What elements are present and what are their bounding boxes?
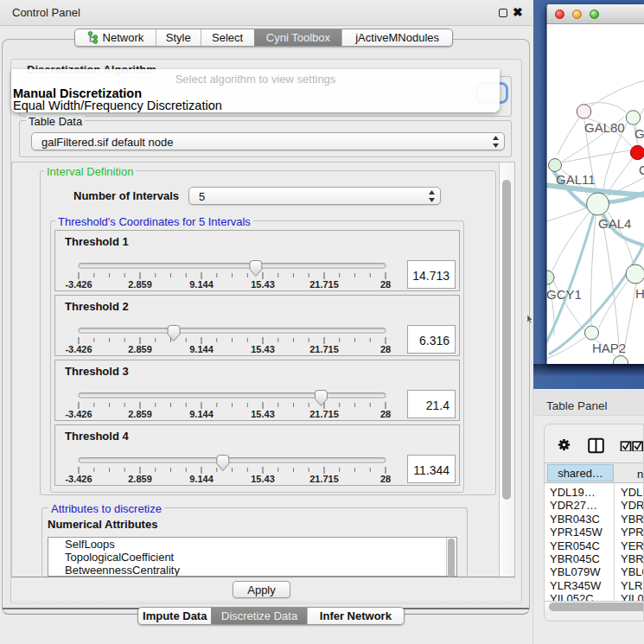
svg-text:GAL4: GAL4: [598, 216, 631, 231]
svg-text:C: C: [639, 163, 644, 177]
svg-text:9.144: 9.144: [189, 409, 214, 419]
svg-text:28: 28: [380, 474, 391, 484]
svg-text:2.859: 2.859: [128, 474, 152, 484]
svg-text:-3.426: -3.426: [65, 344, 92, 354]
svg-text:28: 28: [380, 344, 391, 354]
svg-text:28: 28: [380, 279, 391, 290]
svg-text:28: 28: [380, 409, 391, 419]
svg-text:GCY1: GCY1: [546, 287, 582, 302]
svg-text:-3.426: -3.426: [65, 474, 92, 484]
svg-text:9.144: 9.144: [189, 279, 214, 290]
svg-text:15.43: 15.43: [251, 474, 275, 484]
svg-text:GAL80: GAL80: [584, 120, 625, 135]
svg-text:9.144: 9.144: [189, 474, 214, 484]
svg-text:HAP2: HAP2: [592, 341, 626, 355]
svg-text:21.715: 21.715: [309, 344, 339, 354]
svg-text:-3.426: -3.426: [65, 409, 92, 419]
svg-text:21.715: 21.715: [309, 409, 339, 419]
svg-text:15.43: 15.43: [251, 279, 275, 290]
svg-text:2.859: 2.859: [128, 344, 152, 354]
svg-text:21.715: 21.715: [309, 474, 339, 484]
svg-text:GA: GA: [634, 126, 644, 141]
svg-text:15.43: 15.43: [251, 344, 275, 354]
svg-text:-3.426: -3.426: [65, 279, 92, 290]
svg-text:2.859: 2.859: [128, 279, 152, 290]
svg-text:15.43: 15.43: [251, 409, 275, 419]
svg-text:GAL11: GAL11: [556, 172, 596, 187]
svg-text:9.144: 9.144: [189, 344, 214, 354]
svg-text:H: H: [635, 286, 644, 301]
svg-text:2.859: 2.859: [128, 409, 152, 419]
svg-text:21.715: 21.715: [309, 279, 339, 290]
